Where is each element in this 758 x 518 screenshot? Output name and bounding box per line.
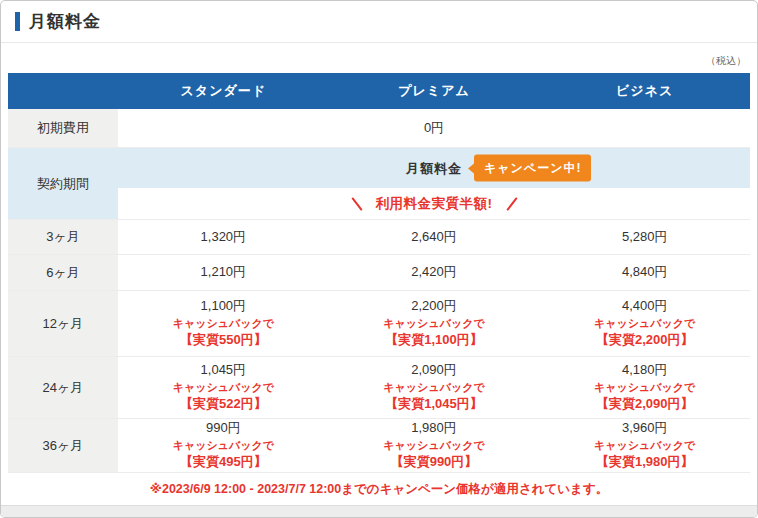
price-cell-business: 5,280円 [539, 220, 750, 254]
initial-fee-row: 初期費用 0円 [8, 109, 750, 148]
half-price-banner-text: 利用料金実質半額! [376, 195, 493, 213]
campaign-footnote: ※2023/6/9 12:00 - 2023/7/7 12:00までのキャンペー… [1, 473, 757, 505]
footer-strip [1, 505, 757, 517]
effective-price: 【実質1,980円】 [596, 453, 694, 472]
price-cell-premium: 2,420円 [329, 255, 540, 290]
title-row: 月額料金 [1, 1, 757, 43]
price-value: 1,210円 [201, 263, 247, 282]
price-value: 3,960円 [622, 419, 668, 438]
price-value: 4,180円 [622, 361, 668, 380]
price-cell-business: 4,180円 キャッシュバックで 【実質2,090円】 [539, 357, 750, 418]
effective-price: 【実質522円】 [180, 395, 267, 414]
effective-price: 【実質2,200円】 [596, 331, 694, 350]
cashback-note: キャッシュバックで [383, 438, 484, 454]
price-cell-business: 3,960円 キャッシュバックで 【実質1,980円】 [539, 419, 750, 472]
monthly-fee-subrow: 月額料金 キャンペーン中! [118, 148, 750, 188]
price-value: 4,400円 [622, 297, 668, 316]
price-cell-standard: 1,210円 [118, 255, 329, 290]
price-value: 1,045円 [201, 361, 247, 380]
cashback-note: キャッシュバックで [594, 438, 695, 454]
initial-fee-label: 初期費用 [8, 109, 118, 147]
half-price-banner-row: 利用料金実質半額! [118, 188, 750, 219]
page-title: 月額料金 [29, 10, 101, 33]
table-row-36months: 36ヶ月 990円 キャッシュバックで 【実質495円】 1,980円 キャッシ… [8, 419, 750, 473]
price-value: 990円 [206, 419, 241, 438]
price-value: 5,280円 [622, 228, 668, 247]
table-header-row: スタンダード プレミアム ビジネス [8, 73, 750, 109]
price-cell-standard: 1,100円 キャッシュバックで 【実質550円】 [118, 291, 329, 356]
table-row-24months: 24ヶ月 1,045円 キャッシュバックで 【実質522円】 2,090円 キャ… [8, 357, 750, 419]
contract-period-row: 契約期間 月額料金 キャンペーン中! 利用料金実質半額! [8, 148, 750, 220]
price-value: 1,980円 [411, 419, 457, 438]
effective-price: 【実質2,090円】 [596, 395, 694, 414]
column-header-premium: プレミアム [329, 73, 540, 109]
column-header-standard: スタンダード [118, 73, 329, 109]
price-value: 2,420円 [411, 263, 457, 282]
cashback-note: キャッシュバックで [594, 316, 695, 332]
cashback-note: キャッシュバックで [173, 380, 274, 396]
row-label-12months: 12ヶ月 [8, 291, 118, 356]
price-value: 1,320円 [201, 228, 247, 247]
effective-price: 【実質990円】 [391, 453, 478, 472]
price-value: 2,090円 [411, 361, 457, 380]
price-value: 2,200円 [411, 297, 457, 316]
row-label-6months: 6ヶ月 [8, 255, 118, 290]
effective-price: 【実質1,045円】 [385, 395, 483, 414]
table-row-3months: 3ヶ月 1,320円 2,640円 5,280円 [8, 220, 750, 255]
price-value: 2,640円 [411, 228, 457, 247]
row-label-36months: 36ヶ月 [8, 419, 118, 472]
effective-price: 【実質550円】 [180, 331, 267, 350]
title-accent-bar-icon [15, 12, 20, 31]
price-cell-standard: 1,045円 キャッシュバックで 【実質522円】 [118, 357, 329, 418]
tax-note-row: （税込） [1, 43, 757, 73]
slash-right-decoration-icon [506, 197, 517, 211]
cashback-note: キャッシュバックで [173, 316, 274, 332]
monthly-fee-label: 月額料金 [406, 161, 462, 176]
price-cell-premium: 2,090円 キャッシュバックで 【実質1,045円】 [329, 357, 540, 418]
effective-price: 【実質495円】 [180, 453, 267, 472]
header-label-spacer [8, 73, 118, 109]
slash-left-decoration-icon [351, 197, 362, 211]
price-value: 1,100円 [201, 297, 247, 316]
effective-price: 【実質1,100円】 [385, 331, 483, 350]
price-cell-premium: 2,640円 [329, 220, 540, 254]
pricing-card: 月額料金 （税込） スタンダード プレミアム ビジネス 初期費用 0円 契約期間… [0, 0, 758, 518]
price-value: 4,840円 [622, 263, 668, 282]
contract-period-content: 月額料金 キャンペーン中! 利用料金実質半額! [118, 148, 750, 219]
price-cell-business: 4,400円 キャッシュバックで 【実質2,200円】 [539, 291, 750, 356]
price-cell-business: 4,840円 [539, 255, 750, 290]
monthly-fee-anchor: 月額料金 キャンペーン中! [406, 159, 462, 178]
price-cell-premium: 2,200円 キャッシュバックで 【実質1,100円】 [329, 291, 540, 356]
cashback-note: キャッシュバックで [594, 380, 695, 396]
column-header-business: ビジネス [539, 73, 750, 109]
campaign-badge: キャンペーン中! [474, 155, 591, 182]
tax-included-note: （税込） [706, 54, 746, 68]
table-row-6months: 6ヶ月 1,210円 2,420円 4,840円 [8, 255, 750, 291]
price-cell-standard: 990円 キャッシュバックで 【実質495円】 [118, 419, 329, 472]
row-label-3months: 3ヶ月 [8, 220, 118, 254]
pricing-table: スタンダード プレミアム ビジネス 初期費用 0円 契約期間 月額料金 キャンペ… [8, 73, 750, 473]
table-row-12months: 12ヶ月 1,100円 キャッシュバックで 【実質550円】 2,200円 キャ… [8, 291, 750, 357]
price-cell-standard: 1,320円 [118, 220, 329, 254]
initial-fee-value: 0円 [118, 109, 750, 147]
contract-period-label: 契約期間 [8, 148, 118, 219]
price-cell-premium: 1,980円 キャッシュバックで 【実質990円】 [329, 419, 540, 472]
cashback-note: キャッシュバックで [383, 316, 484, 332]
cashback-note: キャッシュバックで [383, 380, 484, 396]
cashback-note: キャッシュバックで [173, 438, 274, 454]
row-label-24months: 24ヶ月 [8, 357, 118, 418]
